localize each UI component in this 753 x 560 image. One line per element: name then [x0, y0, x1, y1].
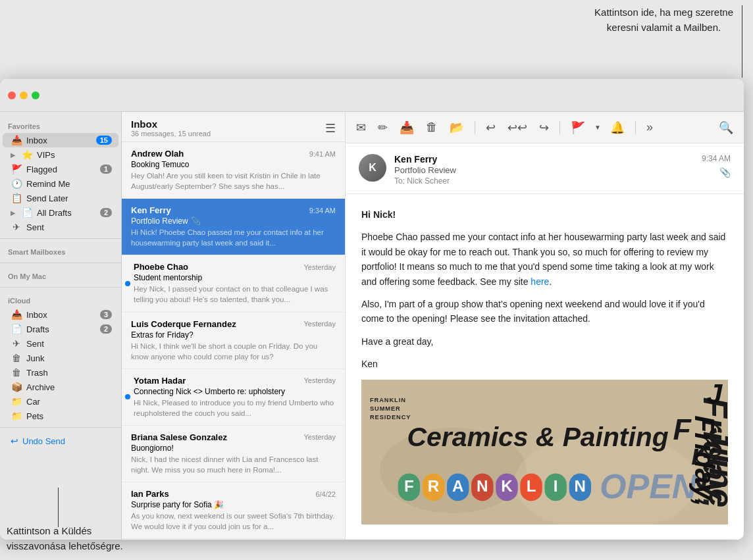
email-list-header: Inbox 36 messages, 15 unread ☰ — [122, 112, 345, 142]
email-item[interactable]: Andrew Olah 9:41 AM Booking Temuco Hey O… — [122, 142, 345, 199]
email-time: 6/4/22 — [315, 490, 336, 498]
email-meta: Ken Ferry Portfolio Review To: Nick Sche… — [394, 154, 694, 186]
email-preview: Hi Nick, I think we'll be short a couple… — [131, 341, 336, 362]
inbox-badge: 15 — [96, 136, 112, 145]
unread-dot — [125, 394, 130, 399]
maximize-button[interactable] — [32, 91, 39, 99]
sidebar-item-label: Inbox — [26, 136, 92, 145]
email-header: K Ken Ferry Portfolio Review To: Nick Sc… — [346, 143, 744, 194]
svg-text:F: F — [404, 477, 414, 495]
sidebar-item-icloud-sent[interactable]: ✈ Sent — [3, 336, 118, 351]
email-from-subject: Portfolio Review — [394, 165, 694, 175]
icloud-sent-icon: ✈ — [11, 338, 22, 349]
email-from-name: Ken Ferry — [394, 154, 694, 165]
search-icon[interactable]: 🔍 — [716, 118, 736, 138]
email-sender: Yotam Hadar — [134, 376, 186, 386]
email-item[interactable]: Briana Salese Gonzalez Yesterday Buongio… — [122, 426, 345, 482]
email-item[interactable]: Brian Heung 6/3/22 Book cover? Hi Nick, … — [122, 539, 345, 540]
body-para-1: Phoebe Chao passed me your contact info … — [361, 230, 728, 289]
flag-icon[interactable]: 🚩 — [568, 118, 588, 138]
sidebar-item-icloud-trash[interactable]: 🗑 Trash — [3, 365, 118, 380]
compose-icon[interactable]: ✏ — [375, 118, 390, 138]
svg-text:Ceramics & Painting: Ceramics & Painting — [407, 421, 669, 451]
sidebar-item-label: VIPs — [37, 150, 112, 160]
move-icon[interactable]: 📂 — [447, 118, 467, 138]
toolbar — [0, 79, 744, 112]
flag-dropdown[interactable]: ▼ — [594, 124, 601, 131]
sidebar-item-label: All Drafts — [37, 208, 96, 218]
email-sender: Ian Parks — [131, 489, 169, 499]
smart-mailboxes-label: Smart Mailboxes — [0, 243, 121, 259]
reply-all-icon[interactable]: ↩↩ — [505, 118, 530, 138]
sidebar-item-label: Flagged — [26, 165, 96, 174]
sidebar-item-icloud-drafts[interactable]: 📄 Drafts 2 — [3, 322, 118, 336]
reply-icon[interactable]: ↩ — [483, 118, 498, 138]
email-preview: Hi Nick, Pleased to introduce you to my … — [134, 397, 336, 419]
body-link[interactable]: here — [531, 276, 549, 287]
close-button[interactable] — [8, 91, 16, 99]
email-time: 9:34 AM — [309, 207, 336, 215]
minimize-button[interactable] — [20, 91, 28, 99]
mail-window: Favorites 📥 Inbox 15 ▶ ⭐ VIPs 🚩 Flagged … — [0, 79, 744, 540]
inbox-icon: 📥 — [11, 135, 22, 145]
sidebar-item-remind-me[interactable]: 🕐 Remind Me — [3, 176, 118, 191]
trash-icon[interactable]: 🗑 — [423, 118, 440, 137]
annotation-bottom-left: Kattintson a Küldés visszavonása lehetős… — [7, 524, 123, 553]
icloud-car-icon: 📁 — [11, 396, 22, 407]
svg-text:N: N — [575, 477, 586, 495]
email-subject: Connecting Nick <> Umberto re: upholster… — [134, 387, 336, 396]
svg-text:SUMMER: SUMMER — [370, 405, 401, 411]
new-message-icon[interactable]: ✉ — [353, 118, 369, 138]
email-preview: Nick, I had the nicest dinner with Lia a… — [131, 454, 336, 475]
forward-icon[interactable]: ↪ — [536, 118, 552, 138]
email-to: To: Nick Scheer — [394, 176, 694, 186]
sidebar-divider — [0, 238, 121, 239]
email-item[interactable]: Yotam Hadar Yesterday Connecting Nick <>… — [122, 369, 345, 426]
filter-icon[interactable]: ☰ — [325, 121, 336, 136]
attachment-icon: 📎 — [719, 167, 731, 178]
undo-send-button[interactable]: ↩ Undo Send — [3, 432, 118, 450]
sidebar-item-icloud-inbox[interactable]: 📥 Inbox 3 — [3, 307, 118, 322]
favorites-label: Favorites — [0, 117, 121, 133]
toolbar-divider — [635, 121, 636, 134]
undo-send-icon: ↩ — [11, 436, 18, 446]
sidebar-item-flagged[interactable]: 🚩 Flagged 1 — [3, 162, 118, 176]
sidebar-item-label: Archive — [26, 382, 112, 392]
sidebar-item-send-later[interactable]: 📋 Send Later — [3, 191, 118, 205]
email-item[interactable]: Phoebe Chao Yesterday Student mentorship… — [122, 255, 345, 312]
sidebar-item-all-drafts[interactable]: ▶ 📄 All Drafts 2 — [3, 205, 118, 220]
traffic-lights — [8, 91, 39, 99]
sidebar-item-icloud-archive[interactable]: 📦 Archive — [3, 380, 118, 394]
sidebar-item-icloud-car[interactable]: 📁 Car — [3, 394, 118, 409]
svg-text:R: R — [428, 477, 439, 495]
sidebar: Favorites 📥 Inbox 15 ▶ ⭐ VIPs 🚩 Flagged … — [0, 112, 122, 540]
sidebar-item-icloud-pets[interactable]: 📁 Pets — [3, 409, 118, 423]
email-sender: Ken Ferry — [131, 205, 171, 215]
email-time: Yesterday — [303, 376, 336, 384]
email-preview: Hey Nick, I passed your contact on to th… — [134, 284, 336, 305]
icloud-drafts-icon: 📄 — [11, 324, 22, 334]
email-time: Yesterday — [303, 433, 336, 441]
icloud-pets-icon: 📁 — [11, 411, 22, 421]
expander-icon: ▶ — [11, 151, 17, 159]
body-para-4: Ken — [361, 357, 728, 371]
sidebar-divider — [0, 263, 121, 263]
email-item[interactable]: Luis Coderque Fernandez Yesterday Extras… — [122, 313, 345, 369]
email-date: 9:34 AM — [702, 154, 731, 163]
email-time: Yesterday — [303, 320, 336, 328]
sidebar-item-label: Sent — [26, 222, 112, 232]
sidebar-divider — [0, 427, 121, 428]
sidebar-item-icloud-junk[interactable]: 🗑 Junk — [3, 351, 118, 365]
sidebar-item-inbox-fav[interactable]: 📥 Inbox 15 — [3, 133, 118, 147]
email-sender: Phoebe Chao — [134, 262, 188, 272]
more-icon[interactable]: » — [644, 118, 656, 137]
sidebar-item-vips[interactable]: ▶ ⭐ VIPs — [3, 147, 118, 162]
email-item[interactable]: Ken Ferry 9:34 AM Portfolio Review 📎 Hi … — [122, 199, 345, 255]
email-item[interactable]: Ian Parks 6/4/22 Surprise party for Sofi… — [122, 482, 345, 539]
svg-text:A: A — [452, 477, 463, 495]
notification-icon[interactable]: 🔔 — [608, 118, 627, 138]
email-items: Andrew Olah 9:41 AM Booking Temuco Hey O… — [122, 142, 345, 540]
archive-icon[interactable]: 📥 — [397, 118, 417, 138]
sidebar-item-sent[interactable]: ✈ Sent — [3, 220, 118, 234]
avatar: K — [359, 154, 386, 182]
